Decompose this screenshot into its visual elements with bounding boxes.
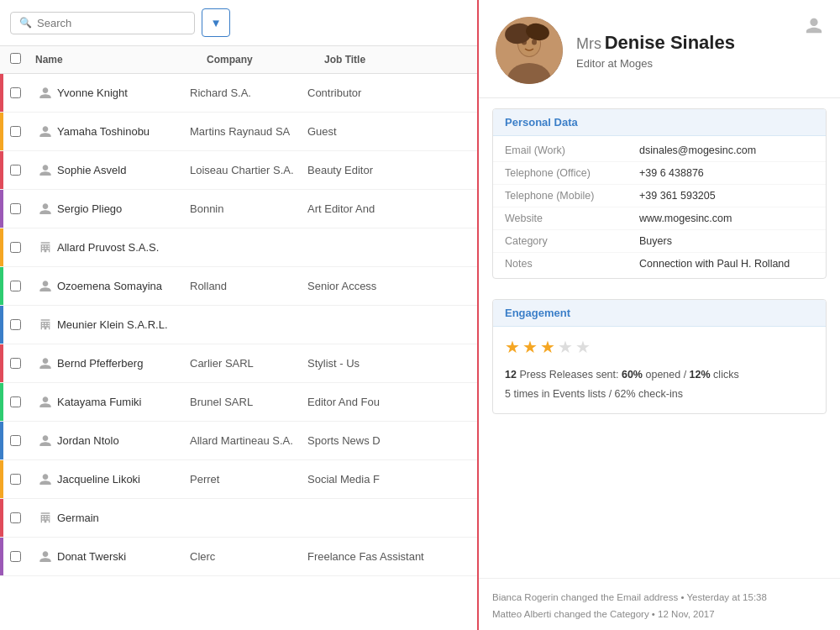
row-company: Carlier SARL (190, 357, 307, 370)
search-icon: 🔍 (19, 17, 32, 29)
star-rating: ★★★★★ (505, 337, 814, 357)
row-jobtitle: Stylist - Us (307, 357, 442, 370)
row-name: Donat Twerski (35, 550, 190, 564)
engagement-title: Engagement (493, 300, 826, 327)
row-checkbox[interactable] (10, 396, 35, 407)
row-checkbox[interactable] (10, 319, 35, 330)
data-value: dsinales@mogesinc.com (639, 144, 814, 156)
person-icon (39, 87, 52, 100)
data-label: Notes (505, 258, 639, 270)
row-checkbox[interactable] (10, 551, 35, 562)
table-row[interactable]: Sophie Asveld Loiseau Chartier S.A. Beau… (0, 151, 477, 190)
row-jobtitle: Freelance Fas Assistant (307, 550, 442, 563)
row-jobtitle: Senior Access (307, 280, 442, 292)
table-row[interactable]: Katayama Fumiki Brunel SARL Editor And F… (0, 383, 477, 422)
row-jobtitle: Sports News D (307, 434, 442, 447)
select-all-checkbox[interactable] (10, 53, 35, 66)
row-company: Martins Raynaud SA (190, 125, 307, 138)
data-value: Buyers (639, 235, 814, 247)
row-name: Jacqueline Likoki (35, 473, 190, 486)
row-checkbox[interactable] (10, 281, 35, 291)
table-row[interactable]: Bernd Pfefferberg Carlier SARL Stylist -… (0, 344, 477, 383)
table-row[interactable]: Germain (0, 499, 477, 538)
contacts-list-panel: 🔍 ▼ Name Company Job Title Yvonne Knight… (0, 0, 479, 630)
row-company: Perret (190, 473, 307, 486)
data-value: Connection with Paul H. Rolland (639, 258, 814, 270)
row-company: Brunel SARL (190, 396, 307, 408)
row-accent (0, 460, 3, 498)
row-checkbox[interactable] (10, 203, 35, 214)
table-row[interactable]: Yamaha Toshinobu Martins Raynaud SA Gues… (0, 113, 477, 151)
star-4[interactable]: ★ (558, 337, 573, 357)
engagement-body: ★★★★★ 12 Press Releases sent: 60% opened… (493, 327, 826, 413)
row-checkbox[interactable] (10, 87, 35, 98)
personal-data-section: Personal Data Email (Work) dsinales@moge… (492, 108, 827, 279)
row-jobtitle: Guest (307, 125, 442, 138)
table-row[interactable]: Ozoemena Somayina Rolland Senior Access (0, 267, 477, 306)
contact-prefix: Mrs (576, 35, 601, 52)
row-accent (0, 306, 3, 344)
activity-entry: Matteo Alberti changed the Category • 12… (492, 606, 827, 623)
star-1[interactable]: ★ (505, 337, 520, 357)
contact-fullname: Denise Sinales (605, 32, 735, 53)
avatar-image (496, 17, 563, 84)
table-header: Name Company Job Title (0, 46, 477, 74)
data-value: +39 6 438876 (639, 167, 814, 179)
press-release-stat: 12 Press Releases sent: 60% opened / 12%… (505, 365, 814, 385)
data-value: www.mogesinc.com (639, 213, 814, 224)
row-jobtitle: Beauty Editor (307, 164, 442, 176)
star-2[interactable]: ★ (522, 337, 538, 357)
row-name: Meunier Klein S.A.R.L. (35, 318, 190, 332)
row-accent (0, 422, 3, 459)
activity-entry: Bianca Rogerin changed the Email address… (492, 589, 827, 606)
company-column-header: Company (207, 54, 324, 66)
row-accent (0, 344, 3, 382)
row-checkbox[interactable] (10, 474, 35, 485)
person-icon (39, 396, 52, 409)
row-checkbox[interactable] (10, 358, 35, 369)
row-checkbox[interactable] (10, 435, 35, 446)
row-company: Rolland (190, 280, 307, 292)
personal-data-row: Telephone (Mobile) +39 361 593205 (493, 185, 826, 207)
contact-name-block: Mrs Denise Sinales Editor at Moges (576, 32, 735, 70)
table-row[interactable]: Jacqueline Likoki Perret Social Media F (0, 460, 477, 499)
row-name: Yvonne Knight (35, 87, 190, 100)
person-icon (39, 434, 52, 448)
row-jobtitle: Contributor (307, 87, 442, 99)
table-row[interactable]: Meunier Klein S.A.R.L. (0, 306, 477, 344)
row-accent (0, 538, 3, 575)
person-icon (39, 125, 52, 139)
row-checkbox[interactable] (10, 512, 35, 523)
row-checkbox[interactable] (10, 242, 35, 253)
table-row[interactable]: Jordan Ntolo Allard Martineau S.A. Sport… (0, 422, 477, 460)
star-3[interactable]: ★ (540, 337, 555, 357)
row-checkbox[interactable] (10, 126, 35, 137)
engagement-section: Engagement ★★★★★ 12 Press Releases sent:… (492, 299, 827, 414)
data-label: Category (505, 235, 639, 247)
contact-type-icon (805, 17, 823, 39)
person-icon (39, 164, 52, 177)
table-row[interactable]: Allard Pruvost S.A.S. (0, 228, 477, 267)
row-name: Yamaha Toshinobu (35, 125, 190, 139)
person-icon (39, 473, 52, 486)
data-value: +39 361 593205 (639, 190, 814, 202)
row-checkbox[interactable] (10, 165, 35, 176)
row-name: Germain (35, 512, 190, 525)
table-row[interactable]: Yvonne Knight Richard S.A. Contributor (0, 74, 477, 113)
row-name: Sergio Pliego (35, 202, 190, 216)
company-icon (39, 512, 52, 525)
personal-data-row: Website www.mogesinc.com (493, 207, 826, 230)
search-input[interactable] (37, 17, 186, 29)
jobtitle-column-header: Job Title (324, 54, 442, 66)
row-accent (0, 113, 3, 150)
table-row[interactable]: Sergio Pliego Bonnin Art Editor And (0, 190, 477, 228)
avatar (496, 17, 563, 84)
search-box[interactable]: 🔍 (10, 12, 195, 34)
table-body: Yvonne Knight Richard S.A. Contributor Y… (0, 74, 477, 630)
data-label: Telephone (Office) (505, 167, 639, 179)
row-company: Clerc (190, 550, 307, 563)
star-5[interactable]: ★ (575, 337, 591, 357)
table-row[interactable]: Donat Twerski Clerc Freelance Fas Assist… (0, 538, 477, 576)
name-column-header: Name (35, 54, 207, 66)
filter-button[interactable]: ▼ (202, 8, 230, 37)
